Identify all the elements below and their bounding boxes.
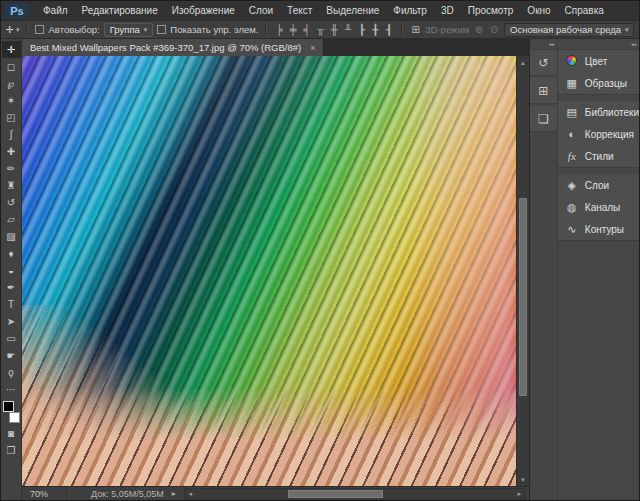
document-size-info: Док: 5,05M/5,05M (91, 489, 164, 499)
shape-tool[interactable]: ▭ (2, 330, 21, 347)
paths-panel-button[interactable]: ∿ Контуры (558, 218, 639, 240)
panel-label: Библиотеки (585, 107, 639, 118)
menu-type[interactable]: Текст (280, 5, 319, 16)
export-icon: ❏ (538, 112, 549, 126)
background-color-swatch[interactable] (9, 412, 20, 423)
swatches-grid-icon: ▦ (565, 77, 579, 90)
distribute-left-icon[interactable]: ┠ (357, 24, 367, 35)
autoselect-checkbox[interactable] (35, 25, 44, 34)
paths-icon: ∿ (565, 223, 579, 236)
document-area: Best Mixed Wallpapers Pack #369-370_17.j… (22, 39, 529, 500)
collapse-dock-button[interactable]: ◂◂ (530, 39, 557, 50)
edit-toolbar-button[interactable]: ⋯ (2, 381, 21, 398)
move-tool-icon: ✛ (6, 24, 14, 35)
dodge-tool[interactable]: ◒ (2, 262, 21, 279)
blur-tool[interactable]: ♦ (2, 245, 21, 262)
collapse-dock-button[interactable]: ◂◂ (558, 39, 639, 50)
menu-file[interactable]: Файл (36, 5, 75, 16)
pen-tool[interactable]: ✒ (2, 279, 21, 296)
distribute-grid-icon[interactable]: ⊞ (410, 24, 421, 35)
menu-layers[interactable]: Слои (242, 5, 280, 16)
menu-bar: Ps Файл Редактирование Изображение Слои … (1, 1, 639, 20)
eyedropper-tool[interactable]: ʃ (2, 126, 21, 143)
align-horizontal-centers-icon[interactable]: ╪ (288, 24, 298, 35)
vertical-scrollbar[interactable]: ▴ ▾ (516, 56, 529, 486)
brush-tool[interactable]: ✏ (2, 160, 21, 177)
align-vertical-centers-icon[interactable]: ╫ (329, 24, 339, 35)
history-brush-tool[interactable]: ↺ (2, 194, 21, 211)
distribute-right-icon[interactable]: ┨ (384, 24, 394, 35)
screen-mode-button[interactable]: ❐ (2, 442, 21, 459)
crop-tool[interactable]: ◰ (2, 109, 21, 126)
layers-icon: ◈ (565, 179, 579, 192)
healing-brush-tool[interactable]: ✚ (2, 143, 21, 160)
panel-groups: Цвет ▦ Образцы ▤ Библиотеки ◐ (558, 50, 639, 251)
marquee-tool[interactable]: ◻ (2, 58, 21, 75)
chevron-down-icon: ▾ (16, 26, 20, 34)
gradient-tool[interactable]: ▨ (2, 228, 21, 245)
vertical-scrollbar-thumb[interactable] (519, 198, 527, 396)
align-right-edges-icon[interactable]: ╡ (302, 24, 312, 35)
close-icon[interactable]: × (310, 43, 315, 53)
horizontal-scrollbar-track[interactable] (196, 489, 514, 499)
libraries-panel-button[interactable]: ▤ Библиотеки (558, 101, 639, 123)
menu-help[interactable]: Справка (558, 5, 611, 16)
scroll-right-icon[interactable]: ▸ (514, 490, 525, 498)
menu-filter[interactable]: Фильтр (386, 5, 434, 16)
workspace-select[interactable]: Основная рабочая среда ▾ (504, 23, 634, 37)
menu-select[interactable]: Выделение (319, 5, 386, 16)
horizontal-scrollbar[interactable]: ◂ ▸ (184, 488, 526, 500)
panel-group: ▤ Библиотеки ◐ Коррекция fx Стили (558, 101, 639, 168)
show-transform-controls-checkbox[interactable] (157, 25, 166, 34)
document-tab-bar: Best Mixed Wallpapers Pack #369-370_17.j… (22, 39, 529, 56)
color-swatches[interactable] (3, 401, 20, 423)
scroll-down-icon[interactable]: ▾ (517, 474, 529, 485)
tool-preset-picker[interactable]: ✛ ▾ (6, 24, 19, 35)
layers-panel-button[interactable]: ◈ Слои (558, 174, 639, 196)
move-tool[interactable]: ✛ (2, 41, 21, 58)
menu-image[interactable]: Изображение (165, 5, 242, 16)
status-flyout-icon[interactable]: ▸ (172, 489, 176, 498)
align-bottom-edges-icon[interactable]: ╨ (343, 24, 353, 35)
autoselect-target-select[interactable]: Группа ▾ (104, 23, 154, 37)
zoom-tool[interactable]: ϙ (2, 364, 21, 381)
styles-fx-icon: fx (565, 150, 579, 162)
zoom-level-field[interactable]: 70% (30, 489, 60, 499)
divider (265, 23, 267, 36)
export-panel-button[interactable]: ❏ (530, 106, 557, 132)
menu-3d[interactable]: 3D (434, 5, 461, 16)
align-left-edges-icon[interactable]: ╞ (274, 24, 284, 35)
quick-selection-tool[interactable]: ✶ (2, 92, 21, 109)
lasso-tool[interactable]: ℘ (2, 75, 21, 92)
document-tab[interactable]: Best Mixed Wallpapers Pack #369-370_17.j… (22, 39, 324, 56)
photoshop-window: Ps Файл Редактирование Изображение Слои … (0, 0, 640, 501)
path-selection-tool[interactable]: ➤ (2, 313, 21, 330)
type-tool[interactable]: T (2, 296, 21, 313)
menu-edit[interactable]: Редактирование (75, 5, 165, 16)
align-top-edges-icon[interactable]: ╥ (316, 24, 326, 35)
document-canvas[interactable] (22, 56, 516, 486)
scroll-left-icon[interactable]: ◂ (185, 490, 196, 498)
eraser-tool[interactable]: ▱ (2, 211, 21, 228)
menu-view[interactable]: Просмотр (461, 5, 521, 16)
clone-stamp-tool[interactable]: ♜ (2, 177, 21, 194)
document-tab-title: Best Mixed Wallpapers Pack #369-370_17.j… (30, 42, 301, 53)
distribute-centers-icon[interactable]: ╂ (371, 24, 381, 35)
adjustments-panel-button[interactable]: ◐ Коррекция (558, 123, 639, 145)
scroll-up-icon[interactable]: ▴ (517, 57, 529, 68)
history-panel-button[interactable]: ↺ (530, 50, 557, 76)
swatches-panel-button[interactable]: ▦ Образцы (558, 72, 639, 94)
hand-tool[interactable]: ☛ (2, 347, 21, 364)
chevron-down-icon: ▾ (625, 26, 629, 34)
menu-window[interactable]: Окно (520, 5, 557, 16)
channels-panel-button[interactable]: ◍ Каналы (558, 196, 639, 218)
horizontal-scrollbar-thumb[interactable] (288, 490, 383, 498)
panel-label: Образцы (585, 78, 627, 89)
color-wheel-icon (565, 55, 579, 68)
styles-panel-button[interactable]: fx Стили (558, 145, 639, 167)
pencil-tips-bottom-overlay (22, 387, 516, 486)
foreground-color-swatch[interactable] (3, 401, 14, 412)
color-panel-button[interactable]: Цвет (558, 50, 639, 72)
properties-panel-button[interactable]: ⊞ (530, 78, 557, 104)
quick-mask-button[interactable]: ◙ (2, 425, 21, 442)
